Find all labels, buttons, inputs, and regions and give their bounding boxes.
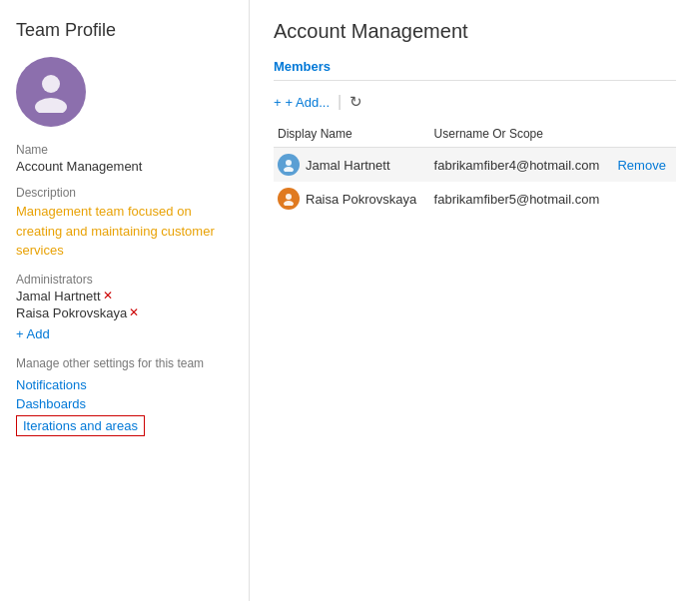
svg-point-2 [286,160,292,166]
add-button-label: + Add... [286,95,330,110]
admin-item: Jamal Hartnett ✕ [16,289,233,303]
administrators-label: Administrators [16,273,233,287]
refresh-button[interactable]: ↻ [350,93,362,111]
nav-link-notifications[interactable]: Notifications [16,377,233,392]
remove-member-button[interactable]: Remove [617,158,665,173]
admin-name-2: Raisa Pokrovskaya [16,305,127,320]
add-icon: + [274,95,282,110]
nav-link-iterations[interactable]: Iterations and areas [16,415,145,436]
svg-point-1 [35,98,67,113]
svg-point-5 [284,201,294,206]
admin-name-1: Jamal Hartnett [16,289,101,303]
col-display-name: Display Name [274,123,430,148]
name-label: Name [16,143,233,157]
add-admin-link[interactable]: + Add [16,326,50,341]
table-row: Jamal Hartnettfabrikamfiber4@hotmail.com… [274,148,676,183]
svg-point-0 [42,75,60,93]
name-value: Account Management [16,159,233,174]
member-avatar [278,188,300,210]
nav-link-dashboards[interactable]: Dashboards [16,396,233,411]
table-row: Raisa Pokrovskayafabrikamfiber5@hotmail.… [274,182,676,216]
members-toolbar: + + Add... | ↻ [274,93,676,111]
main-content: Account Management Members + + Add... | … [250,0,700,601]
member-email: fabrikamfiber4@hotmail.com [430,148,614,183]
page-title: Account Management [274,20,676,43]
team-avatar-icon [29,69,73,116]
sidebar: Team Profile Name Account Management Des… [0,0,250,601]
description-label: Description [16,186,233,200]
svg-point-3 [284,167,294,172]
section-divider [274,80,676,81]
member-name: Jamal Hartnett [306,158,390,173]
member-name: Raisa Pokrovskaya [306,192,416,207]
col-username-scope: Username Or Scope [430,123,614,148]
description-value: Management team focused on creating and … [16,202,233,261]
member-email: fabrikamfiber5@hotmail.com [430,182,614,216]
svg-point-4 [286,194,292,200]
remove-admin-2-icon[interactable]: ✕ [129,305,139,319]
members-section-header: Members [274,59,676,74]
members-table: Display Name Username Or Scope Jamal Har… [274,123,676,216]
add-member-button[interactable]: + + Add... [274,95,330,110]
manage-settings-label: Manage other settings for this team [16,355,233,372]
avatar [16,57,86,127]
admin-item: Raisa Pokrovskaya ✕ [16,305,233,320]
remove-admin-1-icon[interactable]: ✕ [103,289,113,302]
refresh-icon: ↻ [350,93,362,111]
toolbar-separator: | [338,93,342,111]
member-avatar [278,154,300,176]
sidebar-title: Team Profile [16,20,233,41]
col-action [613,123,676,148]
